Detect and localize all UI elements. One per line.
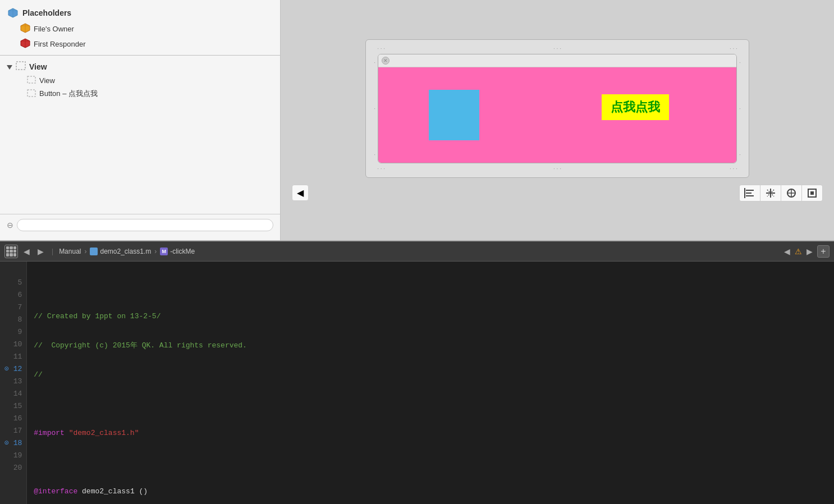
code-line: // Created by 1ppt on 13-2-5/ <box>27 310 834 322</box>
code-area: ◀ ▶ | Manual › demo2_class1.m › M -click… <box>0 241 834 504</box>
ib-close-button[interactable]: ✕ <box>382 57 389 65</box>
triangle-icon <box>7 62 12 71</box>
sidebar-item-view-child[interactable]: View <box>0 74 280 87</box>
code-editor[interactable]: 5 6 7 8 9 10 11 ⊙ 12 13 14 15 16 17 ⊙ 18… <box>0 262 834 504</box>
cube-icon <box>7 7 19 19</box>
code-toolbar: ◀ ▶ | Manual › demo2_class1.m › M -click… <box>0 241 834 262</box>
placeholders-header: Placeholders <box>0 4 280 21</box>
breadcrumb-sep-2: › <box>154 248 157 255</box>
close-icon: ✕ <box>383 58 388 63</box>
search-icon: ⊖ <box>7 221 13 230</box>
forward-button[interactable]: ▶ <box>35 246 46 257</box>
pin-button[interactable] <box>760 185 781 201</box>
breadcrumb-sep-1: › <box>84 248 86 255</box>
ib-window: ✕ 点我点我 <box>378 54 737 163</box>
resolve-button[interactable] <box>781 185 802 201</box>
warning-icon: ⚠ <box>795 247 802 256</box>
svg-rect-13 <box>746 193 751 194</box>
breadcrumb-method[interactable]: M -clickMe <box>160 248 195 255</box>
sidebar-item-first-responder[interactable]: First Responder <box>0 36 280 52</box>
code-line: // <box>27 368 834 381</box>
collapse-panel-button[interactable]: ◀ <box>292 185 309 201</box>
ib-button[interactable]: 点我点我 <box>602 94 669 120</box>
line-numbers: 5 6 7 8 9 10 11 ⊙ 12 13 14 15 16 17 ⊙ 18… <box>0 262 27 504</box>
resolve-icon <box>786 187 797 199</box>
resize-icon <box>806 187 818 199</box>
ib-blue-view <box>429 90 479 140</box>
nav-back-button[interactable]: ◀ <box>782 246 792 257</box>
method-icon: M <box>160 248 168 255</box>
ib-canvas: · · · · · · · · · · · · ✕ <box>365 39 749 178</box>
file-label: demo2_class1.m <box>100 248 151 255</box>
svg-rect-9 <box>16 62 25 70</box>
resize-button[interactable] <box>802 185 822 201</box>
breadcrumb-file[interactable]: demo2_class1.m <box>90 248 151 255</box>
align-icon <box>744 187 755 199</box>
placeholders-label: Placeholders <box>22 8 71 17</box>
code-line <box>27 456 834 468</box>
view-icon <box>16 61 26 72</box>
code-line <box>27 281 834 293</box>
button-icon <box>27 89 36 99</box>
grid-button[interactable] <box>4 245 18 258</box>
toolbar-right-buttons: ◀ ⚠ ▶ + <box>782 245 830 258</box>
ib-titlebar: ✕ <box>378 54 736 67</box>
view-child-icon <box>27 76 36 85</box>
sidebar-item-button[interactable]: Button – 点我点我 <box>0 87 280 100</box>
pin-icon <box>765 187 776 199</box>
ib-content-view: 点我点我 <box>378 67 736 163</box>
breadcrumb-manual[interactable]: Manual <box>59 248 81 255</box>
manual-label: Manual <box>59 248 81 255</box>
search-input[interactable] <box>17 219 273 231</box>
sidebar-search-area: ⊖ <box>0 214 280 236</box>
canvas-area: · · · · · · · · · · · · ✕ <box>281 0 834 240</box>
first-responder-icon <box>20 38 30 50</box>
code-line: // Copyright (c) 2015年 QK. All rights re… <box>27 339 834 351</box>
view-child-label: View <box>39 76 55 85</box>
svg-rect-11 <box>28 90 35 97</box>
button-label: Button – 点我点我 <box>39 89 98 99</box>
code-line: #import "demo2_class1.h" <box>27 427 834 439</box>
svg-rect-24 <box>810 191 814 195</box>
svg-rect-14 <box>746 195 754 196</box>
code-line: @interface demo2_class1 () <box>27 485 834 497</box>
add-button[interactable]: + <box>817 245 830 258</box>
files-owner-icon <box>20 23 30 35</box>
code-line <box>27 397 834 410</box>
first-responder-label: First Responder <box>34 40 85 48</box>
view-label: View <box>29 62 47 71</box>
sidebar-view-header[interactable]: View <box>0 59 280 74</box>
file-icon <box>90 248 98 255</box>
sidebar: Placeholders File's Owner <box>0 0 281 240</box>
layout-toolbar <box>739 185 823 201</box>
files-owner-label: File's Owner <box>34 25 74 33</box>
nav-forward-right-button[interactable]: ▶ <box>804 246 815 257</box>
back-button[interactable]: ◀ <box>21 246 32 257</box>
code-content: // Created by 1ppt on 13-2-5/ // Copyrig… <box>27 262 834 504</box>
method-label: -clickMe <box>170 248 195 255</box>
align-button[interactable] <box>740 185 760 201</box>
svg-rect-12 <box>746 190 754 191</box>
svg-rect-10 <box>28 76 35 83</box>
sidebar-divider-1 <box>0 55 280 56</box>
sidebar-item-files-owner[interactable]: File's Owner <box>0 21 280 36</box>
